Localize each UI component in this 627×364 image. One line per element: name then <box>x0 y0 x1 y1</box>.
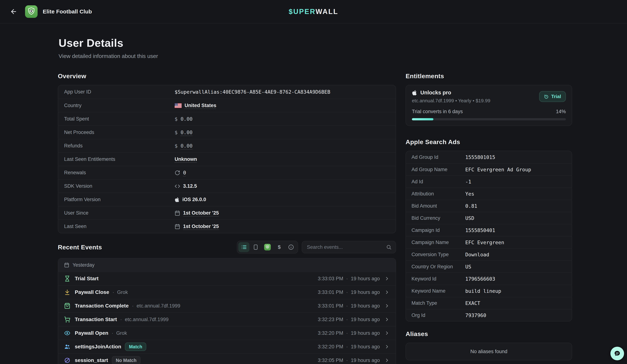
chevron-right-icon <box>384 330 390 336</box>
app-icon <box>264 244 271 250</box>
calendar-icon <box>175 210 180 216</box>
event-row-paywall-open[interactable]: Paywall Open ·Grok 3:32:20 PM·19 hours a… <box>58 326 396 340</box>
last-seen-entitlements-value: Unknown <box>175 156 197 162</box>
overview-table: App User ID $SuperwallAlias:40EC9876-A85… <box>58 85 396 233</box>
aliases-empty-state: No aliases found <box>406 343 572 360</box>
hourglass-icon <box>64 275 70 282</box>
apple-icon <box>412 90 417 96</box>
main-content: User Details View detailed information a… <box>0 24 627 364</box>
table-row-platform-version: Platform Version iOS 26.0.0 <box>58 193 396 206</box>
table-row: Campaign NameEFC Evergreen <box>406 236 572 248</box>
page-subtitle: View detailed information about this use… <box>58 53 396 59</box>
renewals-value: 0 <box>183 170 186 176</box>
dollar-icon: $ <box>175 116 178 122</box>
overview-title: Overview <box>58 73 396 80</box>
table-row: Keyword Namebuild lineup <box>406 285 572 297</box>
last-seen-value: 1st October '25 <box>183 224 219 229</box>
apple-search-ads-table: Ad Group Id1555801015 Ad Group NameEFC E… <box>406 151 572 321</box>
no-match-badge: No Match <box>112 356 141 364</box>
table-row: Ad Id-1 <box>406 175 572 187</box>
entitlement-card: Unlocks pro etc.annual.7df.1999 • Yearly… <box>406 85 572 126</box>
back-button[interactable] <box>8 6 19 17</box>
table-row-last-seen: Last Seen 1st October '25 <box>58 220 396 233</box>
table-row-sdk-version: SDK Version 3.12.5 <box>58 179 396 193</box>
recent-events-title: Recent Events <box>58 244 102 251</box>
sdk-version-value: 3.12.5 <box>183 183 197 189</box>
table-row: Conversion TypeDownload <box>406 248 572 260</box>
calendar-icon <box>175 224 180 229</box>
table-row: Match TypeEXACT <box>406 297 572 309</box>
trial-percent: 14% <box>556 109 566 114</box>
search-icon <box>386 244 392 250</box>
event-row-trial-start[interactable]: Trial Start 3:33:03 PM·19 hours ago <box>58 272 396 285</box>
entitlement-name: Unlocks pro <box>420 90 451 96</box>
table-row-refunds: Refunds $0.00 <box>58 139 396 152</box>
app-icon <box>25 5 38 18</box>
top-bar: Elite Football Club $UPERWALL <box>0 0 627 24</box>
chevron-right-icon <box>384 344 390 350</box>
chevron-right-icon <box>384 358 390 363</box>
event-row-session-start-event[interactable]: session_start No Match 3:32:05 PM·19 hou… <box>58 353 396 364</box>
events-search <box>302 241 396 253</box>
filter-revenue-events-button[interactable]: $ <box>274 242 285 252</box>
event-row-transaction-start[interactable]: Transaction Start ·etc.annual.7df.1999 3… <box>58 313 396 326</box>
chevron-right-icon <box>384 303 390 309</box>
table-row-user-since: User Since 1st October '25 <box>58 206 396 220</box>
trial-status-badge: Trial <box>539 91 566 102</box>
filter-device-events-button[interactable] <box>250 242 261 252</box>
logo-rest-text: WALL <box>315 8 338 15</box>
table-row-net-proceeds: Net Proceeds $0.00 <box>58 126 396 139</box>
events-group-label: Yesterday <box>73 262 95 268</box>
circle-slash-icon <box>64 357 70 364</box>
apple-icon <box>175 197 179 202</box>
events-search-input[interactable] <box>306 244 386 250</box>
trial-progress-fill <box>412 118 433 120</box>
user-since-value: 1st October '25 <box>183 210 219 216</box>
filter-app-events-button[interactable] <box>262 242 273 252</box>
smartphone-icon <box>253 244 259 250</box>
events-list: Yesterday Trial Start 3:33:03 PM·19 hour… <box>58 258 396 364</box>
event-row-settings-join-action[interactable]: settingsJoinAction Match 3:32:20 PM·19 h… <box>58 340 396 353</box>
table-row: Keyword Id1796566603 <box>406 273 572 285</box>
events-info-button[interactable] <box>285 242 297 252</box>
us-flag-icon <box>175 103 182 108</box>
refunds-value: 0.00 <box>180 143 193 149</box>
trial-converts-text: Trial converts in 6 days <box>412 109 463 114</box>
table-row-renewals: Renewals 0 <box>58 166 396 179</box>
dollar-icon: $ <box>175 130 178 135</box>
arrow-down-to-line-icon <box>64 289 70 295</box>
users-icon <box>64 344 70 350</box>
aliases-title: Aliases <box>406 330 572 337</box>
app-name: Elite Football Club <box>43 8 92 15</box>
app-user-id-value: $SuperwallAlias:40EC9876-A85E-4AE9-8762-… <box>175 89 330 95</box>
eye-icon <box>64 330 70 336</box>
calendar-icon <box>64 262 69 268</box>
event-row-transaction-complete[interactable]: Transaction Complete ·etc.annual.7df.199… <box>58 299 396 313</box>
table-row-total-spent: Total Spent $0.00 <box>58 112 396 126</box>
chevron-right-icon <box>384 276 390 281</box>
country-value: United States <box>185 103 216 108</box>
platform-version-value: iOS 26.0.0 <box>182 197 206 202</box>
entitlement-product-detail: etc.annual.7df.1999 • Yearly • $19.99 <box>412 98 490 104</box>
chevron-right-icon <box>384 289 390 295</box>
table-row: Ad Group Id1555801015 <box>406 151 572 163</box>
left-column: User Details View detailed information a… <box>58 24 396 364</box>
table-row-last-seen-entitlements: Last Seen Entitlements Unknown <box>58 152 396 166</box>
table-row: Bid Amount0.81 <box>406 200 572 212</box>
dollar-icon: $ <box>175 143 178 149</box>
table-row: Bid CurrencyUSD <box>406 212 572 224</box>
table-row-app-user-id: App User ID $SuperwallAlias:40EC9876-A85… <box>58 85 396 99</box>
chat-support-button[interactable] <box>610 347 624 360</box>
table-row: AttributionYes <box>406 187 572 200</box>
entitlements-title: Entitlements <box>406 73 572 80</box>
apple-search-ads-title: Apple Search Ads <box>406 138 572 145</box>
chevron-right-icon <box>384 317 390 322</box>
chat-bubble-icon <box>614 350 621 357</box>
match-badge: Match <box>125 342 146 351</box>
dollar-icon: $ <box>278 244 281 250</box>
recent-events-header: Recent Events $ <box>58 241 396 254</box>
arrow-left-icon <box>10 8 17 15</box>
filter-all-events-button[interactable] <box>238 242 249 252</box>
net-proceeds-value: 0.00 <box>180 130 193 135</box>
event-row-paywall-close[interactable]: Paywall Close ·Grok 3:33:01 PM·19 hours … <box>58 285 396 299</box>
